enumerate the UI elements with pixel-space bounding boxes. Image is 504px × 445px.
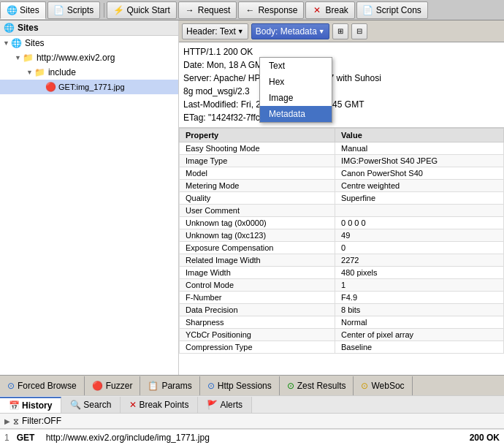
property-cell: Sharpness [180,316,335,329]
scriptcons-icon: 📄 [363,5,373,15]
tab-http-sessions[interactable]: ⊙ Http Sessions [200,376,280,395]
table-row[interactable]: Related Image Width2272 [180,254,504,267]
table-row[interactable]: ModelCanon PowerShot S40 [180,167,504,180]
view-icon-btn2[interactable]: ⊟ [351,23,367,39]
url-method: GET [17,433,39,443]
tab-search[interactable]: 🔍 Search [61,397,121,413]
table-row[interactable]: YCbCr PositioningCenter of pixel array [180,329,504,341]
filter-icon: ▶ [4,417,10,425]
url-row-num: 1 [4,433,9,443]
value-cell: Centre weighted [335,180,504,192]
tab-alerts[interactable]: 🚩 Alerts [198,397,252,413]
tree-label-exiv2: http://www.exiv2.org [37,53,115,63]
app-container: 🌐 Sites 📄 Scripts ⚡ Quick Start → Reques… [0,0,504,445]
dropdown-hex[interactable]: Hex [260,74,332,90]
breakpoints-icon: ✕ [129,400,137,410]
dropdown-text[interactable]: Text [260,58,332,74]
value-cell: Superfine [335,192,504,205]
tree-item-include[interactable]: ▼ 📁 include [0,65,178,80]
table-row[interactable]: Control Mode1 [180,279,504,292]
tab-params[interactable]: 📋 Params [140,376,199,395]
bottom-tabs-row2: 📅 History 🔍 Search ✕ Break Points 🚩 Aler… [0,395,504,413]
table-row[interactable]: QualitySuperfine [180,192,504,205]
value-cell: Normal [335,316,504,329]
response-header-bar: Header: Text ▼ Body: Metadata ▼ ⊞ ⊟ [179,20,504,42]
tree-item-img[interactable]: ▶ 🔴 GET:img_1771.jpg [0,80,178,94]
property-cell: Unknown tag (0xc123) [180,229,335,242]
table-row[interactable]: Image TypeIMG:PowerShot S40 JPEG [180,155,504,167]
tab-forced-browse[interactable]: ⊙ Forced Browse [0,376,85,395]
websoc-icon: ⊙ [361,381,368,391]
filter-row: ▶ ⧖ Filter:OFF [0,413,504,429]
table-row[interactable]: Easy Shooting ModeManual [180,142,504,155]
table-row[interactable]: Image Width480 pixels [180,267,504,279]
value-cell: 49 [335,229,504,242]
httpsessions-icon: ⊙ [207,381,215,391]
folder-icon-exiv2: 📁 [23,52,34,64]
websoc-label: WebSoc [371,381,404,391]
tab-history[interactable]: 📅 History [0,397,61,413]
table-row[interactable]: Unknown tag (0x0000)0 0 0 0 [180,217,504,229]
globe-icon: 🌐 [7,5,17,15]
globe-icon-root: 🌐 [11,37,23,49]
url-text: http://www.exiv2.org/include/img_1771.jp… [46,433,210,443]
value-cell: IMG:PowerShot S40 JPEG [335,155,504,167]
tab-quickstart[interactable]: ⚡ Quick Start [107,1,176,19]
table-row[interactable]: Compression TypeBaseline [180,341,504,354]
dropdown-metadata[interactable]: Metadata [260,106,332,122]
tab-zest-results[interactable]: ⊙ Zest Results [280,376,354,395]
tab-scriptcons[interactable]: 📄 Script Cons [356,1,428,19]
top-toolbar: 🌐 Sites 📄 Scripts ⚡ Quick Start → Reques… [0,0,504,20]
http-line1: HTTP/1.1 200 OK [183,45,500,58]
property-cell: Control Mode [180,279,335,292]
break-icon: ✕ [312,5,322,15]
http-line3: Server: Apache/ HP/5.2.4-2ubuntu5.27 wit… [183,72,500,85]
property-cell: Exposure Compensation [180,242,335,254]
http-line5: Last-Modified: Fri, 20 Sep 2013 04:52:45… [183,98,500,111]
table-row[interactable]: Data Precision8 bits [180,304,504,316]
property-cell: Unknown tag (0x0000) [180,217,335,229]
table-row[interactable]: User Comment [180,205,504,217]
table-row[interactable]: F-NumberF4.9 [180,292,504,304]
value-cell [335,205,504,217]
tab-sites[interactable]: 🌐 Sites [0,1,46,19]
property-cell: Quality [180,192,335,205]
header-type-select[interactable]: Header: Text ▼ [182,23,248,39]
alerts-icon: 🚩 [207,400,218,410]
response-icon: ← [245,5,255,15]
tab-request[interactable]: → Request [178,1,237,19]
site-tree-panel: 🌐 Sites ▼ 🌐 Sites ▼ 📁 http://www.exiv2.o… [0,20,179,375]
tab-response[interactable]: ← Response [238,1,304,19]
body-type-select[interactable]: Body: Metadata ▼ [251,23,329,39]
scripts-tab-label: Scripts [67,5,94,15]
fuzzer-icon: 🔴 [92,381,103,391]
url-status: 200 OK [470,433,500,443]
zestresults-label: Zest Results [297,381,346,391]
property-cell: Compression Type [180,341,335,354]
tab-websoc[interactable]: ⊙ WebSoc [354,376,412,395]
tab-break[interactable]: ✕ Break [305,1,354,19]
table-header-row: Property Value [180,129,504,142]
header-label: Header: Text [186,26,236,37]
table-row[interactable]: Exposure Compensation0 [180,242,504,254]
view-icon-btn1[interactable]: ⊞ [332,23,348,39]
scriptcons-tab-label: Script Cons [376,5,421,15]
value-cell: F4.9 [335,292,504,304]
tree-item-exiv2[interactable]: ▼ 📁 http://www.exiv2.org [0,50,178,65]
tab-break-points[interactable]: ✕ Break Points [121,397,198,413]
metadata-data-table: Property Value Easy Shooting ModeManualI… [179,128,504,354]
tree-item-root[interactable]: ▼ 🌐 Sites [0,36,178,50]
tree-label-root: Sites [25,38,45,48]
table-row[interactable]: Metering ModeCentre weighted [180,180,504,192]
tree-label-include: include [48,67,76,77]
history-icon: 📅 [9,400,20,411]
params-icon: 📋 [148,381,159,391]
dropdown-image[interactable]: Image [260,90,332,106]
quickstart-tab-label: Quick Start [126,5,169,15]
tree-header-label: Sites [18,23,39,33]
tab-fuzzer[interactable]: 🔴 Fuzzer [85,376,141,395]
table-row[interactable]: SharpnessNormal [180,316,504,329]
table-row[interactable]: Unknown tag (0xc123)49 [180,229,504,242]
tab-scripts[interactable]: 📄 Scripts [47,1,101,19]
content-area: 🌐 Sites ▼ 🌐 Sites ▼ 📁 http://www.exiv2.o… [0,20,504,375]
